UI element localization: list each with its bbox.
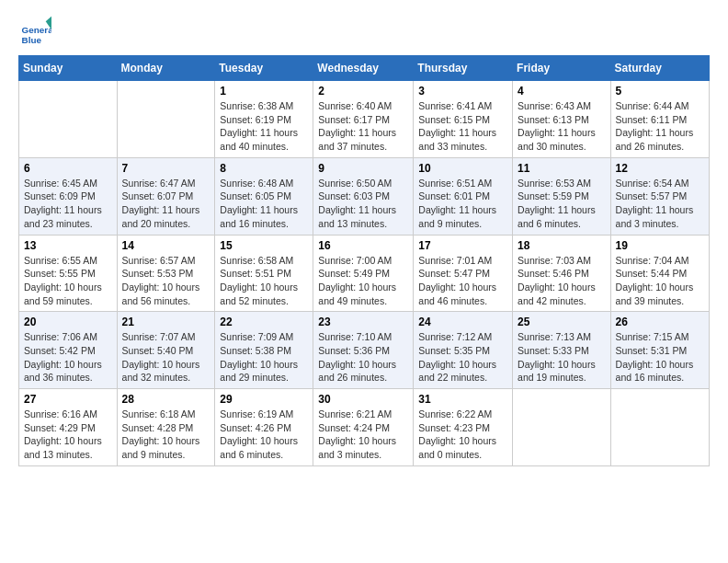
day-detail: Sunrise: 6:53 AM Sunset: 5:59 PM Dayligh… [518,177,606,231]
calendar-cell [610,389,709,466]
week-row-2: 6Sunrise: 6:45 AM Sunset: 6:09 PM Daylig… [19,157,710,235]
svg-text:General: General [22,25,51,35]
day-number: 21 [122,316,210,328]
logo: General Blue [18,15,53,48]
day-detail: Sunrise: 6:22 AM Sunset: 4:23 PM Dayligh… [418,408,507,462]
calendar-cell: 24Sunrise: 7:12 AM Sunset: 5:35 PM Dayli… [414,312,513,389]
weekday-header-row: SundayMondayTuesdayWednesdayThursdayFrid… [19,56,710,81]
day-detail: Sunrise: 7:03 AM Sunset: 5:46 PM Dayligh… [518,254,606,308]
calendar-cell: 21Sunrise: 7:07 AM Sunset: 5:40 PM Dayli… [117,312,215,389]
day-number: 6 [24,162,112,175]
calendar-cell: 7Sunrise: 6:47 AM Sunset: 6:07 PM Daylig… [117,157,215,235]
week-row-4: 20Sunrise: 7:06 AM Sunset: 5:42 PM Dayli… [19,312,710,389]
day-number: 11 [518,162,606,175]
logo-icon: General Blue [18,15,51,48]
day-detail: Sunrise: 7:15 AM Sunset: 5:31 PM Dayligh… [616,330,704,385]
day-number: 15 [220,239,308,252]
calendar-cell: 3Sunrise: 6:41 AM Sunset: 6:15 PM Daylig… [414,81,513,158]
calendar-cell: 11Sunrise: 6:53 AM Sunset: 5:59 PM Dayli… [513,157,611,235]
day-detail: Sunrise: 6:44 AM Sunset: 6:11 PM Dayligh… [616,99,704,154]
calendar-cell: 4Sunrise: 6:43 AM Sunset: 6:13 PM Daylig… [513,81,611,158]
calendar-cell: 5Sunrise: 6:44 AM Sunset: 6:11 PM Daylig… [610,81,709,158]
day-detail: Sunrise: 7:04 AM Sunset: 5:44 PM Dayligh… [616,254,704,308]
day-number: 18 [518,239,606,252]
day-detail: Sunrise: 6:18 AM Sunset: 4:28 PM Dayligh… [122,408,210,462]
day-number: 10 [418,162,507,175]
weekday-header-monday: Monday [117,56,215,81]
calendar-cell: 15Sunrise: 6:58 AM Sunset: 5:51 PM Dayli… [215,235,313,312]
day-number: 30 [318,393,408,406]
day-number: 25 [518,316,606,328]
day-detail: Sunrise: 6:47 AM Sunset: 6:07 PM Dayligh… [122,177,210,231]
calendar-cell: 1Sunrise: 6:38 AM Sunset: 6:19 PM Daylig… [215,81,313,158]
day-number: 29 [220,393,308,406]
calendar-cell: 29Sunrise: 6:19 AM Sunset: 4:26 PM Dayli… [215,389,313,466]
weekday-header-wednesday: Wednesday [313,56,414,81]
day-number: 4 [518,85,606,98]
calendar-cell: 16Sunrise: 7:00 AM Sunset: 5:49 PM Dayli… [313,235,414,312]
calendar-cell: 28Sunrise: 6:18 AM Sunset: 4:28 PM Dayli… [117,389,215,466]
week-row-1: 1Sunrise: 6:38 AM Sunset: 6:19 PM Daylig… [19,81,710,158]
day-detail: Sunrise: 6:51 AM Sunset: 6:01 PM Dayligh… [418,177,507,231]
week-row-5: 27Sunrise: 6:16 AM Sunset: 4:29 PM Dayli… [19,389,710,466]
calendar-cell: 10Sunrise: 6:51 AM Sunset: 6:01 PM Dayli… [414,157,513,235]
day-number: 23 [318,316,408,328]
day-detail: Sunrise: 6:19 AM Sunset: 4:26 PM Dayligh… [220,408,308,462]
day-detail: Sunrise: 7:10 AM Sunset: 5:36 PM Dayligh… [318,330,408,385]
calendar-cell: 17Sunrise: 7:01 AM Sunset: 5:47 PM Dayli… [414,235,513,312]
day-number: 12 [616,162,704,175]
day-detail: Sunrise: 6:50 AM Sunset: 6:03 PM Dayligh… [318,177,408,231]
day-detail: Sunrise: 6:55 AM Sunset: 5:55 PM Dayligh… [24,254,112,308]
svg-text:Blue: Blue [22,35,42,45]
weekday-header-saturday: Saturday [610,56,709,81]
day-number: 26 [616,316,704,328]
page: General Blue SundayMondayTuesdayWednesda… [0,0,728,563]
calendar-cell: 25Sunrise: 7:13 AM Sunset: 5:33 PM Dayli… [513,312,611,389]
day-detail: Sunrise: 6:16 AM Sunset: 4:29 PM Dayligh… [24,408,112,462]
calendar-cell [19,81,118,158]
calendar-cell: 13Sunrise: 6:55 AM Sunset: 5:55 PM Dayli… [19,235,118,312]
weekday-header-friday: Friday [513,56,611,81]
calendar-cell: 8Sunrise: 6:48 AM Sunset: 6:05 PM Daylig… [215,157,313,235]
day-detail: Sunrise: 6:48 AM Sunset: 6:05 PM Dayligh… [220,177,308,231]
calendar-cell: 20Sunrise: 7:06 AM Sunset: 5:42 PM Dayli… [19,312,118,389]
day-number: 24 [418,316,507,328]
calendar-cell [117,81,215,158]
calendar-cell: 31Sunrise: 6:22 AM Sunset: 4:23 PM Dayli… [414,389,513,466]
day-detail: Sunrise: 6:41 AM Sunset: 6:15 PM Dayligh… [418,99,507,154]
calendar-cell: 27Sunrise: 6:16 AM Sunset: 4:29 PM Dayli… [19,389,118,466]
day-detail: Sunrise: 6:21 AM Sunset: 4:24 PM Dayligh… [318,408,408,462]
header: General Blue [18,15,710,48]
calendar-cell: 30Sunrise: 6:21 AM Sunset: 4:24 PM Dayli… [313,389,414,466]
day-detail: Sunrise: 7:07 AM Sunset: 5:40 PM Dayligh… [122,330,210,385]
day-number: 14 [122,239,210,252]
calendar-cell: 23Sunrise: 7:10 AM Sunset: 5:36 PM Dayli… [313,312,414,389]
day-number: 5 [616,85,704,98]
day-number: 22 [220,316,308,328]
day-number: 9 [318,162,408,175]
calendar-cell: 19Sunrise: 7:04 AM Sunset: 5:44 PM Dayli… [610,235,709,312]
calendar-cell: 22Sunrise: 7:09 AM Sunset: 5:38 PM Dayli… [215,312,313,389]
day-number: 27 [24,393,112,406]
day-number: 13 [24,239,112,252]
day-detail: Sunrise: 7:13 AM Sunset: 5:33 PM Dayligh… [518,330,606,385]
day-detail: Sunrise: 7:00 AM Sunset: 5:49 PM Dayligh… [318,254,408,308]
day-number: 20 [24,316,112,328]
calendar-cell: 12Sunrise: 6:54 AM Sunset: 5:57 PM Dayli… [610,157,709,235]
calendar-cell: 2Sunrise: 6:40 AM Sunset: 6:17 PM Daylig… [313,81,414,158]
calendar-cell: 14Sunrise: 6:57 AM Sunset: 5:53 PM Dayli… [117,235,215,312]
weekday-header-sunday: Sunday [19,56,118,81]
day-number: 3 [418,85,507,98]
day-number: 31 [418,393,507,406]
day-detail: Sunrise: 7:06 AM Sunset: 5:42 PM Dayligh… [24,330,112,385]
weekday-header-tuesday: Tuesday [215,56,313,81]
day-detail: Sunrise: 6:57 AM Sunset: 5:53 PM Dayligh… [122,254,210,308]
day-number: 16 [318,239,408,252]
day-detail: Sunrise: 6:58 AM Sunset: 5:51 PM Dayligh… [220,254,308,308]
day-number: 28 [122,393,210,406]
day-detail: Sunrise: 7:01 AM Sunset: 5:47 PM Dayligh… [418,254,507,308]
calendar-cell [513,389,611,466]
calendar-cell: 18Sunrise: 7:03 AM Sunset: 5:46 PM Dayli… [513,235,611,312]
day-detail: Sunrise: 6:43 AM Sunset: 6:13 PM Dayligh… [518,99,606,154]
calendar-cell: 9Sunrise: 6:50 AM Sunset: 6:03 PM Daylig… [313,157,414,235]
